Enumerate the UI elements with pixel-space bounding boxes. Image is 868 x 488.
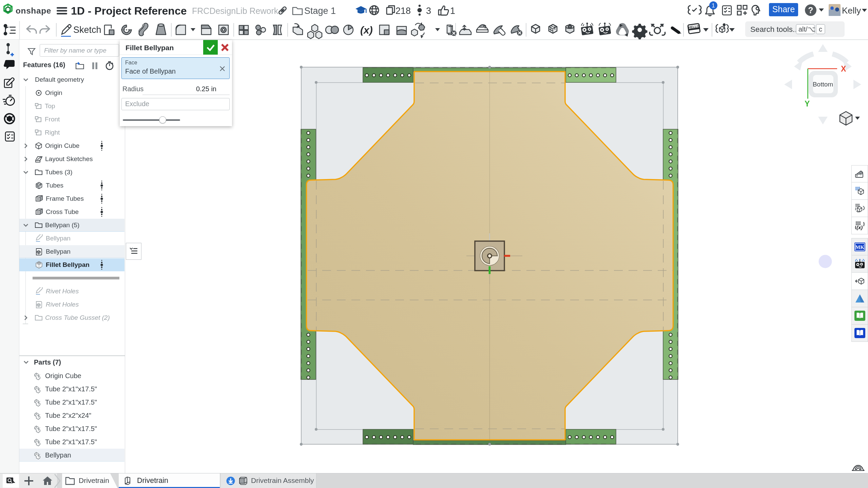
svg-text:alt/⌥: alt/⌥ [798, 25, 815, 33]
svg-text:Sketch: Sketch [73, 25, 101, 35]
svg-text:Search tools...: Search tools... [750, 25, 799, 34]
svg-text:Y: Y [805, 99, 810, 108]
svg-text:218: 218 [396, 6, 411, 16]
svg-text:c: c [819, 25, 822, 33]
svg-text:1: 1 [712, 2, 715, 9]
svg-text:(x): (x) [360, 24, 373, 36]
svg-text:(x): (x) [856, 225, 863, 230]
svg-text:3: 3 [426, 6, 431, 16]
svg-text:Bottom: Bottom [813, 81, 833, 88]
svg-text:1D - Project Reference: 1D - Project Reference [71, 5, 187, 17]
svg-text:Share: Share [772, 4, 795, 14]
svg-text:FRCDesignLib Rework: FRCDesignLib Rework [192, 6, 278, 16]
svg-text:Stage 1: Stage 1 [304, 6, 336, 16]
svg-text:Kelly: Kelly [842, 5, 861, 16]
svg-text:?: ? [808, 5, 813, 15]
svg-text:MK: MK [855, 245, 864, 250]
svg-text:onshape: onshape [16, 6, 51, 15]
svg-text:1: 1 [450, 6, 455, 16]
svg-text:X: X [841, 64, 846, 73]
